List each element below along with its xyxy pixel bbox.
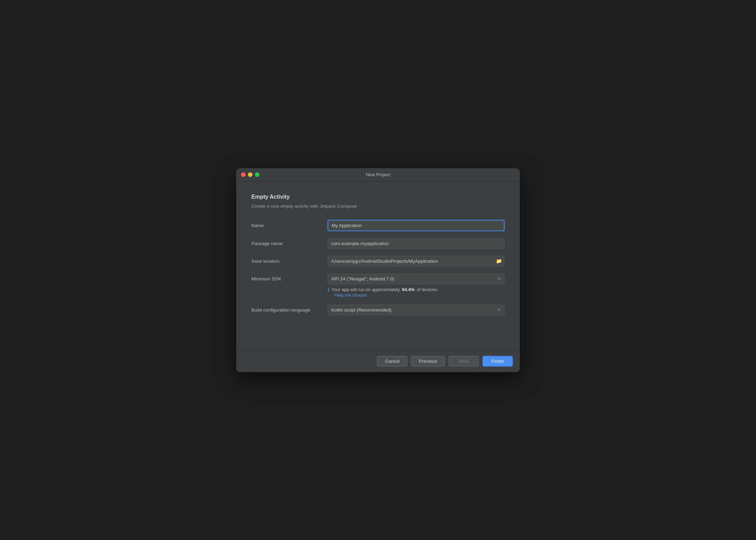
maximize-button[interactable]	[255, 172, 259, 177]
build-config-wrapper: Kotlin script (Recommended) Groovy DSL ▼	[328, 305, 505, 315]
sdk-percentage: 94.4%	[402, 287, 415, 292]
package-input[interactable]	[328, 238, 505, 249]
footer: Cancel Previous Next Finish	[236, 350, 520, 372]
next-button[interactable]: Next	[449, 356, 479, 367]
build-config-select[interactable]: Kotlin script (Recommended) Groovy DSL	[328, 305, 505, 315]
sdk-info-row: ℹ Your app will run on approximately 94.…	[328, 287, 505, 298]
save-location-input[interactable]	[328, 256, 505, 267]
cancel-button[interactable]: Cancel	[377, 356, 407, 367]
section-title: Empty Activity	[251, 194, 505, 200]
minimum-sdk-row: Minimum SDK API 21 ("Lollipop"; Android …	[251, 273, 505, 284]
save-location-label: Save location	[251, 259, 328, 264]
build-config-label: Build configuration language	[251, 307, 328, 313]
save-location-row: Save location 📁	[251, 256, 505, 267]
name-input[interactable]	[328, 220, 505, 231]
build-config-row: Build configuration language Kotlin scri…	[251, 305, 505, 315]
finish-button[interactable]: Finish	[482, 356, 513, 367]
sdk-info-prefix: Your app will run on approximately	[331, 287, 400, 292]
minimum-sdk-wrapper: API 21 ("Lollipop"; Android 5.0) API 22 …	[328, 273, 505, 284]
package-row: Package name	[251, 238, 505, 249]
previous-button[interactable]: Previous	[411, 356, 445, 367]
form-content: Empty Activity Create a new empty activi…	[236, 181, 520, 322]
minimum-sdk-label: Minimum SDK	[251, 276, 328, 281]
package-label: Package name	[251, 241, 328, 246]
section-subtitle: Create a new empty activity with Jetpack…	[251, 204, 505, 209]
name-row: Name	[251, 220, 505, 231]
sdk-info-suffix: of devices.	[417, 287, 438, 292]
window-title: New Project	[366, 172, 390, 177]
folder-icon[interactable]: 📁	[496, 258, 502, 264]
help-me-choose-link[interactable]: Help me choose	[334, 292, 505, 298]
name-label: Name	[251, 223, 328, 228]
sdk-info-text: ℹ Your app will run on approximately 94.…	[328, 287, 505, 292]
traffic-lights	[241, 172, 259, 177]
titlebar: New Project	[236, 168, 520, 181]
close-button[interactable]	[241, 172, 246, 177]
info-icon: ℹ	[328, 287, 329, 292]
minimum-sdk-select[interactable]: API 21 ("Lollipop"; Android 5.0) API 22 …	[328, 273, 505, 284]
new-project-window: New Project Empty Activity Create a new …	[236, 168, 520, 372]
save-location-wrapper: 📁	[328, 256, 505, 267]
minimize-button[interactable]	[248, 172, 252, 177]
